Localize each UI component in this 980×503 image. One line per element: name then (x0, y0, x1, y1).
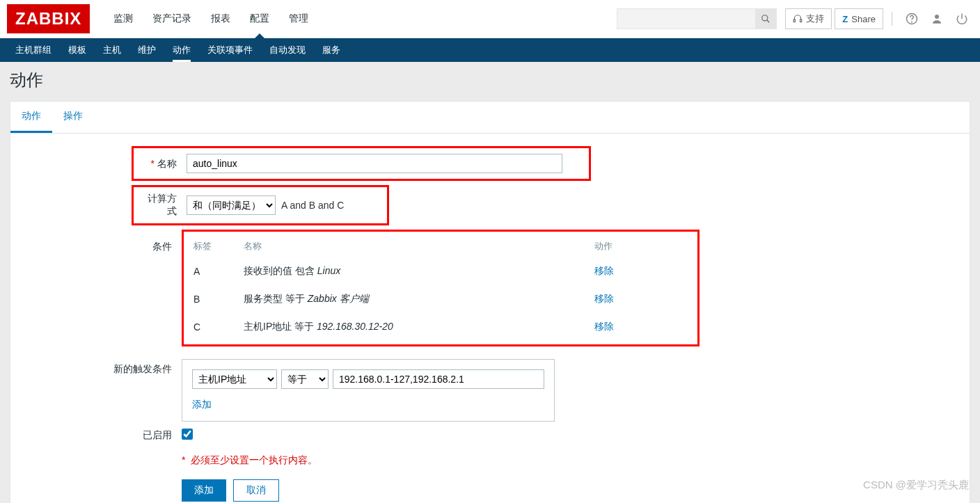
new-cond-add-link[interactable]: 添加 (192, 399, 212, 410)
share-icon: Z (842, 14, 848, 24)
header-right: 支持 Z Share (617, 8, 973, 29)
add-button[interactable]: 添加 (182, 479, 226, 502)
svg-point-0 (762, 15, 768, 21)
share-label: Share (851, 14, 876, 24)
main-nav: 监测 资产记录 报表 配置 管理 (104, 0, 617, 38)
sub-nav-templates[interactable]: 模板 (60, 38, 95, 62)
main-nav-monitoring[interactable]: 监测 (104, 0, 143, 38)
svg-point-6 (935, 15, 939, 19)
highlight-calc: 计算方式 和（同时满足） A and B and C (132, 185, 389, 225)
headset-icon (793, 14, 803, 24)
sub-nav: 主机群组 模板 主机 维护 动作 关联项事件 自动发现 服务 (0, 38, 980, 62)
cond-name: 接收到的值 包含 Linux (238, 258, 587, 285)
search-box (617, 8, 777, 29)
warning-text: * 必须至少设置一个执行内容。 (182, 454, 960, 467)
share-button[interactable]: Z Share (835, 8, 883, 29)
page-title: 动作 (10, 69, 970, 91)
help-button[interactable] (901, 13, 923, 25)
cond-header-tag: 标签 (188, 236, 237, 257)
highlight-name: *名称 (132, 146, 591, 181)
cond-tag: A (188, 258, 237, 285)
tab-action[interactable]: 动作 (10, 102, 52, 133)
tab-operations[interactable]: 操作 (52, 102, 94, 133)
conditions-table: 标签 名称 动作 A 接收到的值 包含 Linux 移除B 服务类型 等于 Za… (187, 234, 632, 342)
page-body: 动作 动作 操作 *名称 计算方式 和（同时满足） (0, 62, 980, 503)
sub-nav-actions[interactable]: 动作 (164, 38, 199, 62)
cond-header-name: 名称 (238, 236, 587, 257)
logo[interactable]: ZABBIX (7, 4, 90, 33)
cond-header-action: 动作 (589, 236, 631, 257)
svg-point-5 (912, 22, 912, 22)
calc-select[interactable]: 和（同时满足） (187, 195, 276, 215)
button-row: 添加 取消 (182, 479, 960, 502)
header: ZABBIX 监测 资产记录 报表 配置 管理 支持 Z Share (0, 0, 980, 38)
power-icon (956, 13, 968, 25)
main-nav-configuration[interactable]: 配置 (240, 0, 279, 38)
svg-rect-2 (794, 19, 796, 22)
cond-remove-link[interactable]: 移除 (594, 293, 614, 304)
new-cond-box: 主机IP地址 等于 添加 (182, 359, 555, 422)
svg-line-1 (767, 20, 770, 23)
cond-tag: B (188, 286, 237, 312)
cond-name: 主机IP地址 等于 192.168.30.12-20 (238, 314, 587, 340)
sub-nav-services[interactable]: 服务 (314, 38, 349, 62)
divider (892, 12, 892, 26)
main-nav-administration[interactable]: 管理 (279, 0, 318, 38)
svg-rect-3 (800, 19, 802, 22)
name-label: *名称 (139, 154, 187, 170)
logout-button[interactable] (951, 13, 973, 25)
sub-nav-discovery[interactable]: 自动发现 (261, 38, 314, 62)
cond-tag: C (188, 314, 237, 340)
help-icon (906, 13, 918, 25)
new-cond-label: 新的触发条件 (20, 359, 182, 376)
name-input[interactable] (187, 154, 562, 173)
support-button[interactable]: 支持 (785, 8, 832, 29)
new-cond-value[interactable] (333, 369, 544, 389)
support-label: 支持 (806, 13, 824, 25)
search-icon (761, 14, 770, 24)
highlight-conditions: 标签 名称 动作 A 接收到的值 包含 Linux 移除B 服务类型 等于 Za… (182, 230, 700, 346)
sub-nav-hosts[interactable]: 主机 (95, 38, 129, 62)
tabs: 动作 操作 (10, 102, 970, 134)
enabled-checkbox[interactable] (182, 429, 193, 440)
search-input[interactable] (617, 14, 755, 24)
enabled-label: 已启用 (20, 429, 182, 442)
sub-nav-hostgroups[interactable]: 主机群组 (7, 38, 60, 62)
main-nav-inventory[interactable]: 资产记录 (143, 0, 201, 38)
user-icon (931, 13, 943, 25)
cond-name: 服务类型 等于 Zabbix 客户端 (238, 286, 587, 312)
new-cond-op[interactable]: 等于 (281, 369, 329, 389)
conditions-label: 条件 (20, 230, 182, 351)
user-button[interactable] (926, 13, 948, 25)
panel: 动作 操作 *名称 计算方式 和（同时满足） A and B and (10, 101, 970, 503)
cancel-button[interactable]: 取消 (233, 479, 279, 502)
sub-nav-maintenance[interactable]: 维护 (129, 38, 164, 62)
table-row: A 接收到的值 包含 Linux 移除 (188, 258, 631, 285)
calc-formula: A and B and C (281, 200, 344, 211)
sub-nav-correlation[interactable]: 关联项事件 (199, 38, 261, 62)
cond-remove-link[interactable]: 移除 (594, 321, 614, 332)
table-row: B 服务类型 等于 Zabbix 客户端 移除 (188, 286, 631, 312)
main-nav-reports[interactable]: 报表 (201, 0, 240, 38)
new-cond-type[interactable]: 主机IP地址 (192, 369, 277, 389)
calc-label: 计算方式 (139, 193, 187, 218)
search-button[interactable] (755, 9, 776, 29)
table-row: C 主机IP地址 等于 192.168.30.12-20 移除 (188, 314, 631, 340)
cond-remove-link[interactable]: 移除 (594, 265, 614, 276)
